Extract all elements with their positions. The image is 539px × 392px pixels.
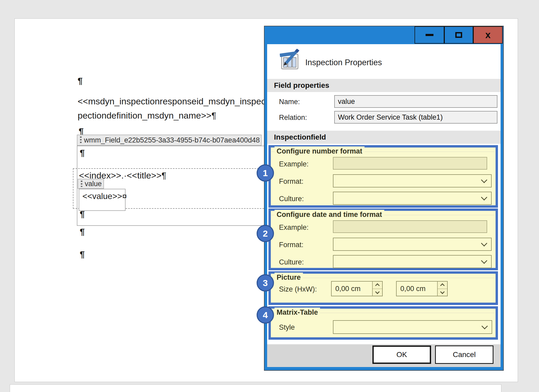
spin-up-button[interactable] xyxy=(372,282,382,289)
drag-handle-icon xyxy=(81,181,82,187)
matrix-table-group: Matrix-Table Style xyxy=(268,306,498,340)
minimize-button[interactable] xyxy=(415,26,444,44)
app-background: ¶ <<msdyn_inspectionresponseid_msdyn_ins… xyxy=(0,0,539,392)
paragraph-mark: ¶ xyxy=(80,249,85,259)
format-label: Format: xyxy=(279,177,303,186)
merge-field-text-line1: <<msdyn_inspectionresponseid_msdyn_inspe… xyxy=(78,96,266,106)
spin-down-button[interactable] xyxy=(372,289,382,296)
group-legend: Configure number format xyxy=(275,146,365,156)
chevron-up-icon xyxy=(375,283,380,288)
chevron-down-icon xyxy=(375,289,380,294)
chevron-down-icon xyxy=(440,289,445,294)
picture-height-value: 0,00 cm xyxy=(335,282,361,296)
close-icon: x xyxy=(485,29,491,40)
annotation-badge-3: 3 xyxy=(257,274,274,292)
inspection-properties-icon xyxy=(280,49,300,70)
datetime-format-combobox[interactable] xyxy=(333,238,492,251)
culture-label: Culture: xyxy=(279,258,304,266)
format-label: Format: xyxy=(279,241,303,249)
number-format-combobox[interactable] xyxy=(333,174,492,187)
field-properties-header: Field properties xyxy=(267,79,501,92)
dialog-titlebar[interactable]: x xyxy=(264,26,503,44)
content-control-tag[interactable]: wmm_Field_e22b5255-3a33-4955-b74c-b07aea… xyxy=(77,135,262,146)
chevron-down-icon xyxy=(481,177,487,183)
cancel-button[interactable]: Cancel xyxy=(435,345,493,364)
relation-input[interactable]: Work Order Service Task (table1) xyxy=(334,111,497,124)
chevron-up-icon xyxy=(440,283,445,288)
name-label: Name: xyxy=(279,98,300,106)
number-culture-combobox[interactable] xyxy=(333,192,492,205)
chevron-down-icon xyxy=(481,194,487,201)
configure-number-format-group: Configure number format Example: Format:… xyxy=(268,145,498,208)
style-label: Style xyxy=(279,323,295,332)
number-example-input xyxy=(333,157,487,170)
size-hxw-label: Size (HxW): xyxy=(279,285,317,293)
picture-height-spinner[interactable]: 0,00 cm xyxy=(331,281,383,296)
value-tag-label: value xyxy=(85,180,102,188)
maximize-button[interactable] xyxy=(444,26,473,44)
group-legend: Configure date and time format xyxy=(275,210,384,219)
culture-label: Culture: xyxy=(279,195,304,203)
paragraph-mark: ¶ xyxy=(80,227,85,237)
matrix-table-style-combobox[interactable] xyxy=(333,320,492,334)
drag-handle-icon xyxy=(80,136,82,144)
value-cell-text: <<value>>¤ xyxy=(82,191,127,201)
inspection-properties-dialog: x Inspection Properties Field properties… xyxy=(264,26,503,370)
spin-down-button[interactable] xyxy=(437,289,447,296)
chevron-down-icon xyxy=(481,240,487,247)
close-button[interactable]: x xyxy=(473,26,503,44)
annotation-badge-4: 4 xyxy=(257,306,274,324)
picture-width-spinner[interactable]: 0,00 cm xyxy=(396,281,448,296)
picture-group: Picture Size (HxW): 0,00 cm 0,00 cm xyxy=(268,271,498,305)
inspectionfield-header: Inspectionfield xyxy=(267,131,501,144)
relation-label: Relation: xyxy=(279,114,307,122)
chevron-down-icon xyxy=(481,258,487,264)
datetime-culture-combobox[interactable] xyxy=(333,255,492,268)
example-label: Example: xyxy=(279,160,309,168)
paragraph-mark: ¶ xyxy=(80,148,85,158)
group-legend: Picture xyxy=(275,273,303,282)
annotation-badge-1: 1 xyxy=(257,164,274,182)
value-content-control-tag[interactable]: value xyxy=(78,179,104,189)
value-cell[interactable]: <<value>>¤ xyxy=(79,189,126,211)
dialog-footer: OK Cancel xyxy=(267,344,501,367)
content-control-tag-label: wmm_Field_e22b5255-3a33-4955-b74c-b07aea… xyxy=(84,136,260,144)
picture-width-value: 0,00 cm xyxy=(400,282,426,296)
group-legend: Matrix-Table xyxy=(275,308,320,317)
merge-field-text-line2: pectiondefinition_msdyn_name>>¶ xyxy=(78,110,216,121)
example-label: Example: xyxy=(279,223,309,232)
spin-up-button[interactable] xyxy=(437,282,447,289)
annotation-badge-2: 2 xyxy=(257,225,274,242)
minimize-icon xyxy=(426,34,433,36)
group-legend-line xyxy=(271,278,495,278)
dialog-title: Inspection Properties xyxy=(305,58,382,67)
ok-button[interactable]: OK xyxy=(372,345,431,364)
datetime-example-input xyxy=(333,220,487,233)
paragraph-mark: ¶ xyxy=(78,76,83,86)
configure-datetime-format-group: Configure date and time format Example: … xyxy=(268,208,498,270)
next-page-edge xyxy=(10,384,501,392)
chevron-down-icon xyxy=(481,323,488,329)
name-input[interactable]: value xyxy=(334,95,497,108)
maximize-icon xyxy=(455,32,462,38)
